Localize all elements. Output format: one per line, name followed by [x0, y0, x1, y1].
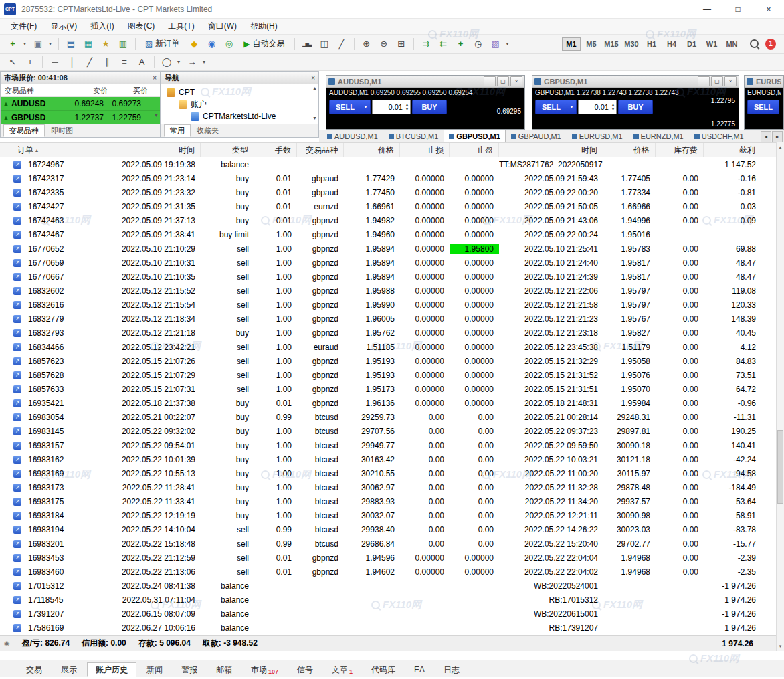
- history-row[interactable]: ↗ 16742467 2022.05.09 21:38:41 buy limit…: [0, 227, 776, 241]
- metaeditor-icon[interactable]: ◆: [186, 36, 202, 52]
- history-row[interactable]: ↗ 16742427 2022.05.09 21:31:35 buy 0.01 …: [0, 199, 776, 213]
- history-row[interactable]: ↗ 16983184 2022.05.22 12:19:19 buy 1.00 …: [0, 508, 776, 522]
- templates-icon[interactable]: ▨: [488, 36, 504, 52]
- tab-favorites[interactable]: 收藏夹: [191, 124, 225, 137]
- tab-common[interactable]: 常用: [164, 124, 191, 137]
- chart-restore-button[interactable]: ▢: [711, 76, 723, 86]
- history-row[interactable]: ↗ 16983162 2022.05.22 10:01:39 buy 1.00 …: [0, 452, 776, 466]
- chart-minimize-button[interactable]: —: [484, 76, 496, 86]
- menu-item[interactable]: 帮助(H): [243, 21, 284, 32]
- history-row[interactable]: ↗ 16832793 2022.05.12 21:21:18 buy 1.00 …: [0, 326, 776, 340]
- chart-shift-icon[interactable]: ⇇: [435, 36, 452, 52]
- notification-badge[interactable]: 1: [765, 39, 776, 50]
- history-row[interactable]: ↗ 16742335 2022.05.09 21:23:32 buy 0.01 …: [0, 185, 776, 199]
- lot-increase-icon[interactable]: ▴: [404, 102, 410, 107]
- column-take-profit[interactable]: 止盈: [450, 143, 499, 157]
- menu-item[interactable]: 图表(C): [121, 21, 162, 32]
- timeframe-button[interactable]: M1: [562, 37, 581, 51]
- menu-item[interactable]: 文件(F): [4, 21, 43, 32]
- shapes-icon[interactable]: ◯: [159, 54, 175, 70]
- terminal-tab[interactable]: 新闻: [138, 662, 171, 677]
- buy-button[interactable]: BUY: [618, 100, 653, 114]
- autotrading-button[interactable]: ▶ 自动交易: [239, 37, 289, 52]
- tree-item-accounts[interactable]: 账户: [161, 98, 318, 110]
- column-close-time[interactable]: 时间: [499, 143, 603, 157]
- timeframe-button[interactable]: M5: [582, 37, 601, 51]
- history-row[interactable]: ↗ 16770652 2022.05.10 21:10:29 sell 1.00…: [0, 241, 776, 256]
- column-open-time[interactable]: 时间: [80, 143, 201, 157]
- scroll-left-icon[interactable]: ◂: [761, 131, 771, 142]
- history-row[interactable]: ↗ 16983157 2022.05.22 09:54:01 buy 1.00 …: [0, 438, 776, 452]
- zoom-out-icon[interactable]: ⊖: [376, 36, 392, 52]
- chart-canvas[interactable]: AUDUSD,M1 0.69250 0.69255 0.69250 0.6925…: [326, 88, 524, 130]
- arrows-tool-icon[interactable]: →: [184, 54, 200, 70]
- menu-item[interactable]: 工具(T): [161, 21, 201, 32]
- chart-tab[interactable]: EURUSD,M1: [567, 130, 628, 142]
- auto-scroll-icon[interactable]: ⇉: [418, 36, 434, 52]
- tree-item-broker[interactable]: CPT: [161, 86, 318, 98]
- column-lots[interactable]: 手数: [254, 143, 297, 157]
- column-close-price[interactable]: 价格: [603, 143, 656, 157]
- chart-close-button[interactable]: ×: [724, 76, 737, 86]
- terminal-tab[interactable]: 展示: [52, 662, 86, 677]
- fibonacci-icon[interactable]: ≡: [116, 54, 132, 70]
- scrollbar-thumb[interactable]: [777, 430, 783, 504]
- timeframe-button[interactable]: H4: [662, 37, 681, 51]
- chart-titlebar[interactable]: GBPUSD,M1 — ▢ ×: [532, 76, 739, 88]
- column-stop-loss[interactable]: 止损: [400, 143, 450, 157]
- history-row[interactable]: ↗ 16832616 2022.05.12 21:15:54 sell 1.00…: [0, 298, 776, 312]
- lot-size-field[interactable]: 0.01 ▴ ▾: [578, 100, 617, 114]
- column-profit[interactable]: 获利: [704, 143, 761, 157]
- sell-button[interactable]: SELL: [747, 100, 779, 114]
- indicators-icon[interactable]: +: [453, 36, 469, 52]
- lot-increase-icon[interactable]: ▴: [610, 102, 616, 107]
- tree-item-live-account[interactable]: CPTMarketsLtd-Live: [161, 110, 318, 122]
- new-order-button[interactable]: ▧ 新订单: [140, 37, 184, 52]
- history-row[interactable]: ↗ 17015312 2022.05.24 08:41:38 balance W…: [0, 579, 776, 593]
- column-bid[interactable]: 卖价: [66, 86, 110, 96]
- lot-decrease-icon[interactable]: ▾: [404, 107, 410, 112]
- history-row[interactable]: ↗ 16983194 2022.05.22 14:10:04 sell 0.99…: [0, 522, 776, 537]
- sell-dropdown-icon[interactable]: ▾: [567, 100, 577, 114]
- chart-restore-button[interactable]: ▢: [497, 76, 509, 86]
- chart-tab[interactable]: GBPAUD,M1: [506, 130, 567, 142]
- market-watch-row[interactable]: ▲ GBPUSD 1.22737 1.22759: [1, 111, 160, 125]
- history-row[interactable]: ↗ 17391207 2022.06.15 08:07:09 balance W…: [0, 607, 776, 621]
- history-row[interactable]: ↗ 16857628 2022.05.15 21:07:29 sell 1.00…: [0, 368, 776, 382]
- menu-item[interactable]: 显示(V): [43, 21, 84, 32]
- terminal-tab[interactable]: 文章 1: [323, 662, 361, 677]
- lot-size-field[interactable]: 0.01 ▴ ▾: [372, 100, 411, 114]
- candlestick-chart-icon[interactable]: ◫: [316, 36, 332, 52]
- periods-icon[interactable]: ◷: [470, 36, 486, 52]
- search-icon[interactable]: [750, 39, 759, 48]
- chart-titlebar[interactable]: EURUSD,M1: [745, 76, 783, 88]
- lot-decrease-icon[interactable]: ▾: [610, 107, 616, 112]
- sell-button[interactable]: SELL: [535, 100, 567, 114]
- tab-tick-chart[interactable]: 即时图: [45, 124, 79, 137]
- history-row[interactable]: ↗ 16832602 2022.05.12 21:15:52 sell 1.00…: [0, 284, 776, 298]
- close-icon[interactable]: ×: [311, 74, 315, 82]
- history-row[interactable]: ↗ 16983054 2022.05.21 00:22:07 buy 0.99 …: [0, 410, 776, 424]
- sell-dropdown-icon[interactable]: ▾: [361, 100, 371, 114]
- terminal-tab[interactable]: 警报: [173, 662, 206, 677]
- history-row[interactable]: ↗ 16983169 2022.05.22 10:55:13 buy 1.00 …: [0, 466, 776, 480]
- history-row[interactable]: ↗ 16935421 2022.05.18 21:37:38 buy 0.01 …: [0, 396, 776, 410]
- chart-tab[interactable]: BTCUSD,M1: [383, 130, 444, 142]
- scroll-down-icon[interactable]: ▼: [777, 642, 784, 650]
- chart-tab[interactable]: EURNZD,M1: [628, 130, 689, 142]
- chart-canvas[interactable]: GBPUSD,M1 1.22738 1.22743 1.22738 1.2274…: [532, 88, 739, 130]
- history-row[interactable]: ↗ 17118545 2022.05.31 07:11:04 balance R…: [0, 593, 776, 607]
- tile-windows-icon[interactable]: ⊞: [393, 36, 409, 52]
- trendline-icon[interactable]: ╱: [82, 54, 98, 70]
- history-scrollbar[interactable]: ▲ ▼: [776, 142, 784, 651]
- text-tool-icon[interactable]: A: [134, 54, 150, 70]
- chart-minimize-button[interactable]: —: [698, 76, 710, 86]
- data-window-icon[interactable]: ▦: [80, 36, 96, 52]
- chart-tab[interactable]: GBPUSD,M1: [444, 130, 505, 142]
- history-row[interactable]: ↗ 16857633 2022.05.15 21:07:31 sell 1.00…: [0, 382, 776, 396]
- timeframe-button[interactable]: D1: [682, 37, 701, 51]
- terminal-tab[interactable]: 代码库: [363, 662, 404, 677]
- history-row[interactable]: ↗ 16983460 2022.05.22 21:13:06 sell 0.01…: [0, 565, 776, 579]
- scroll-up-icon[interactable]: ▲: [312, 86, 317, 90]
- terminal-tab[interactable]: 日志: [435, 662, 468, 677]
